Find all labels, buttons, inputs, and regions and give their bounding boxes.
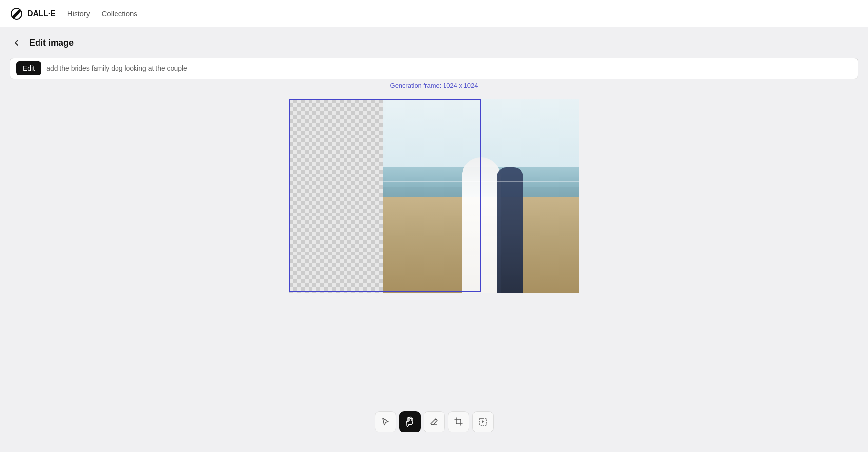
crop-tool-button[interactable]: [448, 411, 469, 432]
eraser-tool-button[interactable]: [424, 411, 445, 432]
gen-frame-label: Generation frame: 1024 x 1024: [390, 82, 478, 89]
app-name: DALL·E: [27, 9, 56, 18]
nav-history[interactable]: History: [67, 7, 90, 20]
nav-collections[interactable]: Collections: [101, 7, 137, 20]
back-button[interactable]: [10, 36, 23, 50]
pan-tool-button[interactable]: [399, 411, 421, 432]
crop-icon: [454, 417, 463, 427]
cursor-icon: [381, 417, 390, 427]
prompt-text[interactable]: add the brides family dog looking at the…: [46, 64, 852, 72]
expand-icon: [478, 417, 488, 427]
toolbar: [375, 411, 494, 432]
transparent-region: [289, 99, 383, 293]
prompt-bar: Edit add the brides family dog looking a…: [10, 58, 858, 79]
eraser-icon: [429, 417, 439, 427]
wedding-photo: [383, 99, 579, 293]
edit-header-section: Edit image: [0, 27, 868, 55]
page-title: Edit image: [29, 38, 74, 48]
image-container: [289, 99, 579, 293]
openai-logo-icon: [10, 7, 23, 20]
logo-area: DALL·E: [10, 7, 56, 20]
hand-icon: [405, 416, 415, 427]
expand-tool-button[interactable]: [472, 411, 494, 432]
header: DALL·E History Collections: [0, 0, 868, 27]
canvas-area: Generation frame: 1024 x 1024: [0, 79, 868, 409]
svg-rect-0: [480, 418, 486, 425]
edit-button[interactable]: Edit: [16, 61, 41, 75]
back-icon: [12, 39, 21, 47]
select-tool-button[interactable]: [375, 411, 396, 432]
